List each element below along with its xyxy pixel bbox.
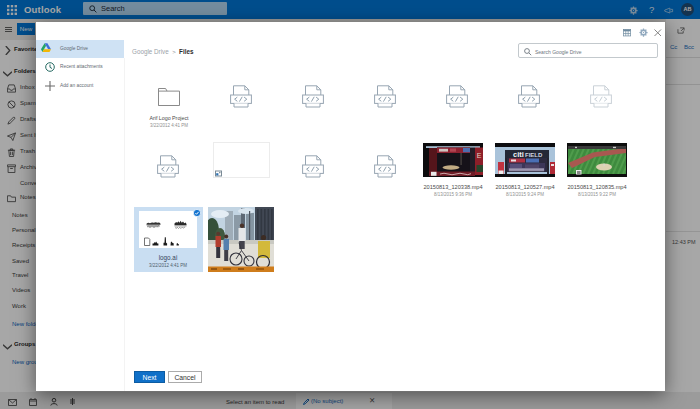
- svg-text:FIELD: FIELD: [525, 152, 543, 158]
- svg-text:citi: citi: [513, 150, 524, 159]
- svg-text:E: E: [477, 152, 482, 159]
